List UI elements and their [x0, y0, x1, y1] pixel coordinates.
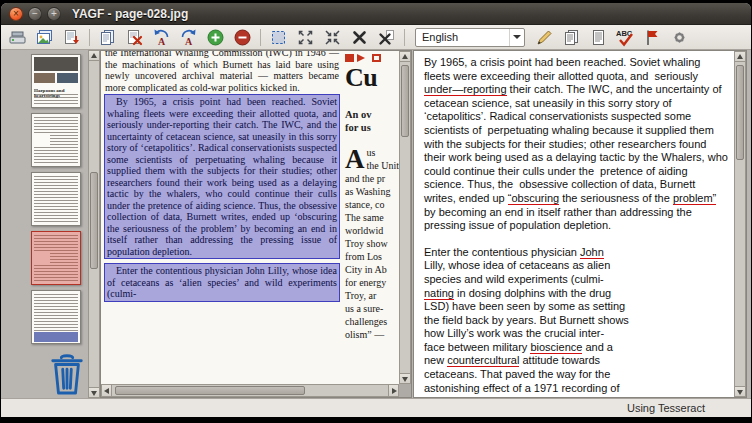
scan-viewport: the International Whaling Commission (IW… — [100, 50, 412, 398]
scroll-down-button[interactable] — [88, 387, 100, 398]
language-select-value: English — [422, 31, 458, 43]
zoom-out-icon — [233, 28, 252, 47]
scroll-up-button[interactable] — [88, 50, 100, 61]
scan-column-right: Cu An ov for us A usthe Unitand the pras… — [345, 51, 399, 341]
recognize-button[interactable] — [532, 26, 557, 49]
misspelled-word[interactable]: problem” — [673, 192, 716, 205]
titlebar[interactable]: × − + YAGF - page-028.jpg — [1, 3, 751, 25]
delete-block-button[interactable] — [347, 26, 372, 49]
open-documents-button[interactable] — [95, 26, 120, 49]
misspelled-word[interactable]: “obscuring — [508, 192, 559, 205]
ocr-text-editor[interactable]: By 1965, a crisis point had been reached… — [414, 51, 734, 397]
documents-icon — [98, 28, 117, 47]
spellcheck-button[interactable]: ABC — [613, 26, 638, 49]
document-close-icon — [125, 28, 144, 47]
ocr-output-pane: By 1965, a crisis point had been reached… — [413, 50, 747, 398]
arrow-down-icon — [402, 377, 408, 385]
open-image-button[interactable] — [32, 26, 57, 49]
scanned-page-image[interactable]: the International Whaling Commission (IW… — [101, 51, 399, 384]
yagf-window: × − + YAGF - page-028.jpg A A English AB… — [1, 3, 751, 417]
close-button[interactable]: × — [9, 7, 23, 21]
arrow-up-icon — [91, 50, 97, 58]
rotate-right-button[interactable]: A — [176, 26, 201, 49]
arrow-down-icon — [91, 391, 97, 399]
svg-text:A: A — [158, 36, 166, 47]
settings-button[interactable] — [667, 26, 692, 49]
scan-vertical-scrollbar[interactable] — [399, 51, 411, 384]
scan-button[interactable] — [5, 26, 30, 49]
arrow-up-icon — [402, 51, 408, 59]
scroll-right-button[interactable] — [388, 384, 399, 397]
scrollbar-thumb[interactable] — [401, 65, 409, 137]
scrollbar-thumb[interactable] — [115, 386, 305, 395]
scrollbar-thumb[interactable] — [90, 172, 98, 269]
scroll-left-button[interactable] — [101, 384, 112, 397]
close-document-button[interactable] — [122, 26, 147, 49]
gear-icon — [670, 28, 689, 47]
thumbnail-scrollbar[interactable] — [88, 50, 100, 398]
shrink-blocks-button[interactable] — [320, 26, 345, 49]
save-text-button[interactable] — [59, 26, 84, 49]
rotate-left-button[interactable]: A — [149, 26, 174, 49]
misspelled-word[interactable]: bioscience — [530, 341, 582, 354]
minimize-icon: − — [32, 8, 38, 20]
scan-body-text: A usthe Unitand the pras Washingstance, … — [345, 146, 399, 341]
save-icon — [62, 28, 81, 47]
thumbnail-list: Harpoons and heartstrings — [31, 54, 81, 344]
delete-all-blocks-button[interactable] — [374, 26, 399, 49]
delete-page-trash-button[interactable] — [47, 351, 87, 397]
select-all-blocks-button[interactable] — [293, 26, 318, 49]
scan-text-line: Troy, ar — [345, 289, 399, 302]
recognize-all-button[interactable] — [559, 26, 584, 49]
ocr-selection-block[interactable]: By 1965, a crisis point had been reached… — [105, 95, 339, 258]
ocr-paragraph: Enter the contentious physician John Lil… — [424, 246, 728, 397]
ocr-engine-status: Using Tesseract — [627, 402, 705, 414]
chevron-down-icon[interactable] — [509, 29, 524, 46]
flag-icon — [643, 28, 662, 47]
drop-cap: A — [345, 147, 365, 171]
scroll-down-button[interactable] — [734, 386, 746, 397]
scan-text-line: from Los — [345, 250, 399, 263]
toolbar-separator — [89, 29, 90, 46]
scrollbar-thumb[interactable] — [736, 65, 744, 160]
scan-text-line: stance, co — [345, 198, 399, 211]
zoom-in-button[interactable] — [203, 26, 228, 49]
pen-icon — [535, 28, 554, 47]
delete-block-icon — [350, 28, 369, 47]
zoom-out-button[interactable] — [230, 26, 255, 49]
pages-icon — [562, 28, 581, 47]
misspelled-word[interactable]: countercultural — [447, 354, 519, 367]
arrow-left-icon — [101, 388, 109, 394]
scan-horizontal-scrollbar[interactable] — [101, 384, 399, 397]
ocr-selection-block[interactable]: Enter the contentious physician John Lil… — [105, 264, 339, 301]
zoom-in-icon — [206, 28, 225, 47]
ocr-scrollbar[interactable] — [734, 51, 746, 397]
page-thumbnail[interactable] — [31, 172, 81, 226]
page-thumbnail[interactable] — [31, 290, 81, 344]
scroll-up-button[interactable] — [399, 51, 411, 62]
toolbar: A A English ABC — [1, 25, 751, 50]
copy-text-button[interactable] — [586, 26, 611, 49]
page-thumbnail[interactable] — [31, 113, 81, 167]
misspelled-word[interactable]: John — [580, 246, 604, 259]
scroll-down-button[interactable] — [399, 373, 411, 384]
misspelled-word[interactable]: nating — [424, 287, 454, 300]
maximize-button[interactable]: + — [47, 7, 61, 21]
page-thumbnail-selected[interactable] — [31, 231, 81, 285]
scan-text-line: challenges — [345, 315, 399, 328]
scan-standfirst: An ov for us — [345, 108, 399, 134]
page-thumbnail[interactable]: Harpoons and heartstrings — [31, 54, 81, 108]
window-title: YAGF - page-028.jpg — [72, 7, 188, 21]
maximize-icon: + — [51, 8, 57, 20]
mark-text-button[interactable] — [640, 26, 665, 49]
ocr-paragraph: By 1965, a crisis point had been reached… — [424, 56, 728, 233]
scroll-up-button[interactable] — [734, 51, 746, 62]
rotate-right-icon: A — [179, 28, 198, 47]
thumbnail-caption: Harpoons and heartstrings — [34, 88, 78, 98]
scan-text-line: for energy — [345, 276, 399, 289]
select-region-button[interactable] — [266, 26, 291, 49]
language-select[interactable]: English — [415, 28, 525, 47]
scan-text-line: worldwid — [345, 224, 399, 237]
minimize-button[interactable]: − — [28, 7, 42, 21]
misspelled-word[interactable]: under—reporting — [424, 83, 507, 96]
